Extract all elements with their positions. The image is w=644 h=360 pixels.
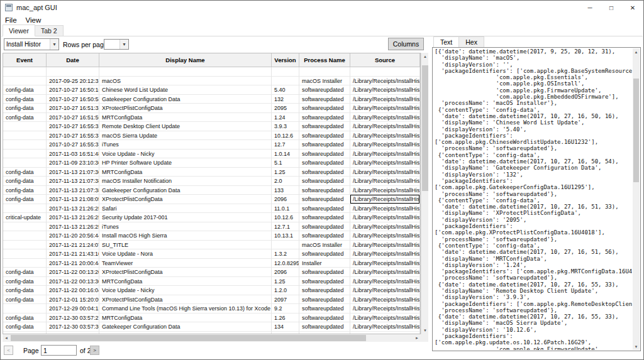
table-cell[interactable]: config-data (3, 295, 47, 305)
table-cell[interactable]: Gatekeeper Configuration Data (99, 186, 272, 195)
table-cell[interactable]: /Library/Receipts/InstallHisto (350, 204, 420, 214)
table-cell[interactable]: XProtectPlistConfigData (99, 268, 272, 277)
table-cell[interactable]: softwareupdated (299, 104, 350, 113)
table-cell[interactable] (3, 204, 47, 214)
table-cell[interactable]: MRTConfigData (99, 168, 272, 177)
table-cell[interactable]: 1.25 (272, 168, 299, 177)
table-cell[interactable]: 5.1 (272, 158, 299, 168)
table-cell[interactable]: Security Update 2017-001 (99, 213, 272, 222)
table-cell[interactable]: Voice Update - Nora (99, 249, 272, 259)
table-cell[interactable]: config-data (3, 104, 47, 113)
table-cell[interactable]: 2017-11-13 21:07:38 (47, 177, 99, 186)
table-cell[interactable]: /Library/Receipts/InstallHisto (350, 168, 420, 177)
table-row[interactable]: 2017-10-27 16:55:33 macOS Sierra Update … (3, 131, 420, 141)
table-row[interactable]: 2017-12-29 00:04:15 Command Line Tools (… (3, 304, 420, 314)
table-cell[interactable]: /Library/Receipts/InstallHisto (350, 113, 420, 123)
table-cell[interactable]: softwareupdated (299, 122, 350, 131)
scroll-left-icon[interactable]: ◄ (3, 334, 10, 342)
table-row[interactable]: 2017-10-27 16:55:33 iTunes 12.7 software… (3, 140, 420, 150)
table-cell[interactable]: 1.0.14 (272, 150, 299, 159)
table-cell[interactable]: 2017-09-25 20:12:31 (47, 77, 99, 86)
table-cell[interactable] (47, 67, 99, 77)
table-cell[interactable] (99, 332, 272, 334)
plugin-select[interactable]: Install Histor ▾ (4, 38, 59, 50)
table-cell[interactable]: 2017-11-13 21:26:25 (47, 222, 99, 232)
table-cell[interactable]: /Library/Receipts/InstallHisto (350, 131, 420, 141)
table-cell[interactable]: /Library/Receipts/InstallHisto (350, 140, 420, 150)
table-cell[interactable] (3, 249, 47, 259)
table-cell[interactable]: softwareupdated (299, 113, 350, 123)
table-cell[interactable]: /Library/Receipts/InstallHisto (350, 177, 420, 186)
table-cell[interactable]: 11.0.1 (272, 204, 299, 214)
table-cell[interactable]: 2017-11-13 21:26:25 (47, 204, 99, 214)
table-cell[interactable]: /Library/Receipts/InstallHisto (350, 104, 420, 113)
table-cell[interactable]: iTunes (99, 222, 272, 232)
table-cell[interactable]: 10.12.6 (272, 131, 299, 141)
table-cell[interactable]: /Library/Receipts/InstallHisto (350, 122, 420, 131)
table-cell[interactable]: 2096 (272, 195, 299, 204)
table-cell[interactable]: /Library/Receipts/InstallHisto (350, 314, 420, 323)
table-cell[interactable]: config-data (3, 277, 47, 286)
table-row[interactable]: 2017-11-09 23:10:36 HP Printer Software … (3, 158, 420, 168)
table-cell[interactable]: XProtectPlistConfigData (99, 295, 272, 305)
table-cell[interactable]: 2017-10-27 16:50:54 (47, 95, 99, 104)
table-cell[interactable]: 2017-11-13 21:07:36 (47, 168, 99, 177)
table-cell[interactable]: /Library/Receipts/InstallHisto (350, 186, 420, 195)
table-cell[interactable]: softwareupdated (299, 249, 350, 259)
table-cell[interactable]: softwareupdated (299, 186, 350, 195)
table-row[interactable]: 2017-11-21 20:00:44 TeamViewer 12.0.8295… (3, 259, 420, 268)
table-cell[interactable]: 2097 (272, 295, 299, 305)
scroll-down-icon[interactable]: ▼ (633, 343, 640, 350)
table-cell[interactable]: 2096 (272, 268, 299, 277)
table-cell[interactable]: XProtectPlistConfigData (99, 104, 272, 113)
scroll-up-icon[interactable]: ▲ (421, 53, 429, 60)
table-cell[interactable]: 2017-11-22 00:13:30 (47, 277, 99, 286)
scrollbar-thumb[interactable] (11, 335, 366, 341)
table-cell[interactable]: softwareupdated (299, 95, 350, 104)
table-row[interactable]: config-data 2017-11-13 21:08:05 XProtect… (3, 195, 420, 204)
table-cell[interactable]: softwareupdated (299, 177, 350, 186)
table-cell[interactable]: 2017-12-01 15:20:09 (47, 295, 99, 305)
table-cell[interactable]: 134 (272, 322, 299, 332)
table-cell[interactable]: /Library/Receipts/InstallHisto (350, 195, 420, 204)
table-cell[interactable]: /Library/Receipts/InstallHisto (350, 304, 420, 314)
table-cell[interactable]: /Library/Receipts/InstallHisto (350, 158, 420, 168)
detail-text-panel[interactable]: [{'date': datetime.datetime(2017, 9, 25,… (432, 47, 641, 351)
table-cell[interactable]: 2017-11-21 20:00:44 (47, 259, 99, 268)
table-row[interactable] (3, 67, 420, 77)
table-row[interactable]: config-data 2017-11-13 21:07:36 MRTConfi… (3, 168, 420, 177)
table-row[interactable]: 2017-10-27 16:55:33 Remote Desktop Clien… (3, 122, 420, 131)
table-row[interactable]: critical-update 2017-11-13 21:26:25 Secu… (3, 213, 420, 222)
column-header-event[interactable]: Event (3, 53, 47, 67)
table-cell[interactable] (272, 332, 299, 334)
tab-viewer[interactable]: Viewer (3, 25, 35, 36)
table-row[interactable]: 2017-11-21 21:43:10 Voice Update - Nora … (3, 249, 420, 259)
table-cell[interactable]: Install macOS High Sierra (99, 231, 272, 241)
table-cell[interactable] (3, 67, 47, 77)
table-cell[interactable]: 2017-10-27 16:55:33 (47, 131, 99, 141)
table-cell[interactable]: SU_TITLE (99, 241, 272, 250)
table-cell[interactable]: iTunes (99, 140, 272, 150)
table-cell[interactable] (272, 67, 299, 77)
table-cell[interactable]: softwareupdated (299, 204, 350, 214)
table-row[interactable]: config-data 2017-11-22 00:13:20 XProtect… (3, 268, 420, 277)
table-row[interactable]: 2017-11-13 21:26:25 Safari 11.0.1 softwa… (3, 204, 420, 214)
table-cell[interactable]: 9.2 (272, 304, 299, 314)
table-row[interactable] (3, 332, 420, 334)
table-cell[interactable] (3, 231, 47, 241)
table-cell[interactable]: 2017-11-22 00:13:20 (47, 268, 99, 277)
table-cell[interactable]: config-data (3, 177, 47, 186)
table-cell[interactable]: Gatekeeper Configuration Data (99, 322, 272, 332)
table-cell[interactable]: 2017-11-22 00:16:04 (47, 286, 99, 295)
table-cell[interactable]: 2017-11-09 23:10:36 (47, 158, 99, 168)
table-cell[interactable]: /Library/Receipts/InstallHisto (350, 95, 420, 104)
table-cell[interactable]: softwareupdated (299, 195, 350, 204)
table-cell[interactable]: /Library/Receipts/InstallHisto (350, 249, 420, 259)
table-cell[interactable]: 12.7 (272, 140, 299, 150)
table-cell[interactable]: 2.0 (272, 177, 299, 186)
columns-button[interactable]: Columns (388, 38, 424, 50)
table-cell[interactable] (3, 241, 47, 250)
table-cell[interactable]: softwareupdated (299, 286, 350, 295)
table-cell[interactable]: softwareupdated (299, 131, 350, 141)
rows-per-page-select[interactable]: ▾ (104, 39, 129, 50)
